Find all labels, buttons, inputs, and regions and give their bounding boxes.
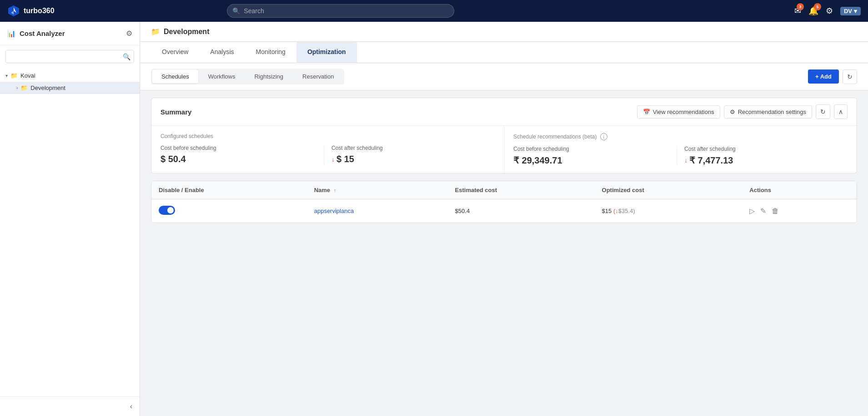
recommendation-settings-button[interactable]: ⚙ Recommendation settings — [724, 105, 812, 119]
view-recommendations-button[interactable]: 📅 View recommendations — [637, 105, 720, 119]
sub-tab-reservation[interactable]: Reservation — [293, 70, 343, 83]
calendar-icon: 📅 — [643, 109, 650, 115]
notifications-button[interactable]: ✉ 3 — [794, 6, 801, 16]
tab-analysis[interactable]: Analysis — [199, 42, 245, 63]
summary-collapse-button[interactable]: ∧ — [834, 104, 848, 119]
folder-icon-development: 📁 — [20, 84, 28, 91]
cell-estimated-cost: $50.4 — [448, 199, 595, 223]
table-row: appserviplanca $50.4 $15 (↓$35.4) — [151, 199, 857, 223]
sidebar-collapse: ‹ — [0, 396, 140, 416]
cost-after-amount: $ 15 — [336, 154, 354, 164]
sidebar-settings-icon[interactable]: ⚙ — [126, 29, 132, 38]
sub-tab-rightsizing[interactable]: Rightsizing — [245, 70, 292, 83]
search-input[interactable] — [227, 4, 454, 18]
col-name[interactable]: Name ↑ — [307, 181, 448, 199]
summary-actions: 📅 View recommendations ⚙ Recommendation … — [637, 104, 848, 119]
sub-tabs: Schedules Workflows Rightsizing Reservat… — [151, 69, 344, 84]
summary-body: Configured schedules Cost before schedul… — [151, 126, 857, 173]
sidebar-collapse-button[interactable]: ‹ — [126, 401, 136, 412]
toggle-slider — [159, 206, 175, 215]
chevron-right-icon: › — [16, 85, 18, 90]
search-icon: 🔍 — [232, 7, 240, 15]
sidebar-item-kovai-label: Kovai — [20, 72, 35, 79]
user-menu[interactable]: DV ▾ — [840, 7, 861, 15]
sub-tabs-bar: Schedules Workflows Rightsizing Reservat… — [140, 63, 868, 90]
info-icon[interactable]: i — [600, 133, 607, 140]
savings-text: (↓$35.4) — [613, 208, 635, 214]
summary-card: Summary 📅 View recommendations ⚙ Recomme… — [151, 98, 857, 173]
configured-schedules-section: Configured schedules Cost before schedul… — [151, 126, 504, 173]
schedule-name-link[interactable]: appserviplanca — [314, 208, 354, 214]
sidebar-title-text: Cost Analyzer — [20, 30, 65, 37]
tab-overview[interactable]: Overview — [151, 42, 199, 63]
app-name: turbo360 — [24, 7, 55, 15]
cell-toggle — [151, 199, 307, 223]
sidebar-item-development[interactable]: › 📁 Development — [0, 82, 140, 94]
col-optimized-cost: Optimized cost — [595, 181, 743, 199]
refresh-button[interactable]: ↻ — [843, 69, 857, 84]
recommendation-settings-label: Recommendation settings — [738, 109, 806, 115]
cost-after-scheduling-recommended: Cost after scheduling ↓ ₹ 7,477.13 — [677, 146, 848, 166]
summary-header: Summary 📅 View recommendations ⚙ Recomme… — [151, 98, 857, 126]
col-name-label: Name — [314, 187, 330, 193]
app-logo[interactable]: turbo360 — [7, 5, 55, 17]
add-button[interactable]: + Add — [808, 69, 839, 84]
col-disable-enable: Disable / Enable — [151, 181, 307, 199]
sidebar-search-icon: 🔍 — [123, 53, 130, 60]
logo-icon — [7, 5, 20, 17]
user-initials: DV — [844, 8, 852, 15]
page-title: Development — [164, 28, 209, 36]
settings-button[interactable]: ⚙ — [826, 6, 833, 16]
page-header: 📁 Development — [140, 22, 868, 42]
rec-cost-before-value: ₹ 29,349.71 — [513, 155, 669, 166]
table-body: appserviplanca $50.4 $15 (↓$35.4) — [151, 199, 857, 223]
cost-analyzer-icon: 📊 — [7, 30, 16, 38]
sidebar-header: 📊 Cost Analyzer ⚙ — [0, 22, 140, 45]
optimized-cost-value: $15 — [602, 208, 612, 214]
view-recommendations-label: View recommendations — [653, 109, 714, 115]
cost-before-value: $ 50.4 — [161, 154, 316, 164]
sidebar-item-kovai[interactable]: ▾ 📁 Kovai — [0, 69, 140, 82]
alerts-button[interactable]: 🔔 5 — [808, 6, 818, 16]
rec-cost-after-amount: ₹ 7,477.13 — [689, 155, 733, 166]
settings-icon: ⚙ — [730, 109, 735, 115]
run-action-icon[interactable]: ▷ — [749, 207, 755, 215]
sub-tab-schedules[interactable]: Schedules — [152, 70, 198, 83]
enable-toggle[interactable] — [159, 206, 175, 215]
search-bar[interactable]: 🔍 — [227, 4, 454, 18]
recommendations-section-title-text: Schedule recommendations (beta) — [513, 134, 597, 140]
delete-action-icon[interactable]: 🗑 — [772, 207, 779, 215]
gear-icon: ⚙ — [826, 6, 833, 16]
cost-before-scheduling-recommended: Cost before scheduling ₹ 29,349.71 — [513, 146, 677, 166]
user-chevron-icon: ▾ — [854, 8, 857, 15]
page-folder-icon: 📁 — [151, 27, 160, 36]
cost-before-scheduling-configured: Cost before scheduling $ 50.4 — [161, 145, 324, 164]
chevron-down-icon: ▾ — [5, 73, 8, 78]
rec-cost-after-label: Cost after scheduling — [684, 146, 840, 152]
tab-optimization[interactable]: Optimization — [296, 42, 357, 63]
schedules-table-card: Disable / Enable Name ↑ Estimated cost O… — [151, 181, 857, 223]
table-header: Disable / Enable Name ↑ Estimated cost O… — [151, 181, 857, 199]
recommendations-section-title: Schedule recommendations (beta) i — [513, 133, 848, 140]
sidebar-tree: ▾ 📁 Kovai › 📁 Development — [0, 68, 140, 396]
sidebar-search[interactable]: 🔍 — [0, 45, 140, 68]
cell-name: appserviplanca — [307, 199, 448, 223]
tab-monitoring[interactable]: Monitoring — [245, 42, 296, 63]
cost-after-value: ↓ $ 15 — [331, 154, 487, 164]
schedules-table: Disable / Enable Name ↑ Estimated cost O… — [151, 181, 857, 223]
sub-tab-workflows[interactable]: Workflows — [199, 70, 245, 83]
topnav-right-actions: ✉ 3 🔔 5 ⚙ DV ▾ — [794, 6, 861, 16]
edit-action-icon[interactable]: ✎ — [760, 207, 766, 215]
summary-refresh-button[interactable]: ↻ — [816, 104, 830, 119]
configured-metrics: Cost before scheduling $ 50.4 Cost after… — [161, 145, 495, 164]
rec-down-arrow-icon: ↓ — [684, 157, 687, 164]
alerts-badge: 5 — [814, 3, 821, 10]
main-tabs: Overview Analysis Monitoring Optimizatio… — [140, 42, 868, 63]
cost-before-label: Cost before scheduling — [161, 145, 316, 151]
sidebar-item-development-label: Development — [30, 84, 65, 91]
sub-tabs-actions: + Add ↻ — [808, 69, 857, 84]
col-actions: Actions — [742, 181, 857, 199]
sidebar-search-input[interactable] — [5, 50, 134, 63]
rec-cost-before-label: Cost before scheduling — [513, 146, 669, 152]
cell-optimized-cost: $15 (↓$35.4) — [595, 199, 743, 223]
